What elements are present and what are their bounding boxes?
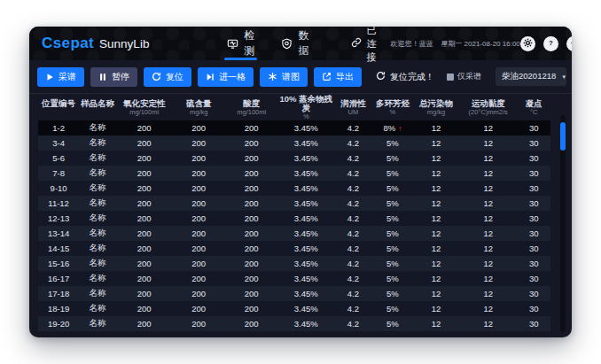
table-cell: 200 [172,244,225,253]
table-cell: 4.2 [334,123,372,133]
column-header-label: 位置编号 [38,99,79,108]
column-header-unit: (20°C)mm2/s [459,109,517,116]
table-cell: 200 [116,153,173,163]
table-cell: 3.45% [277,138,334,148]
table-row[interactable]: 17-18名称2002002003.45%4.25%121230 [38,286,550,301]
column-header-label: 运动黏度 [459,99,517,108]
brand-logo: Csepat [42,35,94,52]
step-forward-button-label: 进一格 [219,71,246,83]
table-cell: 3.45% [277,123,334,133]
scrollbar-thumb[interactable] [560,122,566,151]
table-cell: 5% [372,319,413,329]
table-cell: 12 [413,259,459,268]
only-capture-checkbox[interactable]: 仅采谱 [447,71,481,82]
table-cell: 4.2 [334,198,372,208]
table-cell: 12 [459,274,517,283]
column-header: 硫含量mg/kg [172,99,225,115]
table-row[interactable]: 18-19名称2002002003.45%4.25%121230 [38,301,550,316]
reset-icon [152,72,161,81]
table-cell: 4.2 [334,138,372,148]
table-row[interactable]: 9-10名称2002002003.45%4.25%121230 [38,181,550,196]
pause-button-label: 暂停 [112,71,129,83]
column-header-label: 酸度 [225,99,278,108]
table-cell: 15-16 [38,259,79,268]
table-row[interactable]: 3-4名称2002002003.45%4.25%121230 [38,136,550,151]
tab-detection[interactable]: 检测 [227,27,254,60]
table-cell: 名称 [79,213,116,224]
table-row[interactable]: 15-16名称2002002003.45%4.25%121230 [38,256,550,271]
column-header-unit: °C [517,109,550,116]
table-row[interactable]: 11-12名称2002002003.45%4.25%121230 [38,196,550,211]
minimize-button[interactable] [566,36,572,51]
column-header: 润滑性UM [334,99,372,115]
table-cell: 200 [172,289,225,298]
table-row[interactable]: 19-20名称2002002003.45%4.25%121230 [38,316,550,331]
step-forward-button[interactable]: 进一格 [198,67,254,87]
column-header: 酸度mg/100ml [225,99,278,115]
table-cell: 16-17 [38,274,79,283]
app-window: Csepat SunnyLib 检测 [29,27,572,337]
column-header-unit: % [277,113,334,120]
column-header-label: 10% 蒸余物残炭 [277,95,334,112]
refresh-icon [376,71,386,82]
reset-button[interactable]: 复位 [144,67,191,87]
column-header-label: 硫含量 [172,99,225,108]
sample-dropdown[interactable]: 柴油20201218 ▼ [496,67,566,86]
settings-button[interactable] [520,36,535,51]
table-cell: 3.45% [277,153,334,163]
table-cell: 名称 [79,122,116,134]
table-cell: 3.45% [277,289,334,298]
table-cell: 30 [517,168,550,178]
table-cell: 200 [116,123,173,133]
table-row[interactable]: 7-8名称2002002003.45%4.25%121230 [38,166,550,181]
table-cell: 200 [172,138,225,148]
table-cell: 12 [459,153,517,163]
table-cell: 3.45% [277,304,334,314]
reset-status-label: 复位完成！ [390,71,434,83]
table-cell: 12 [413,304,459,314]
export-button[interactable]: 导出 [314,67,362,87]
table-cell: 4.2 [334,244,372,253]
table-cell: 200 [172,183,225,193]
toolbar: 采谱暂停复位进一格谱图导出 复位完成！ 仅采谱 柴油20201218 ▼ [29,60,572,94]
tab-data-label: 数据 [298,28,308,58]
spectrum-button[interactable]: 谱图 [260,67,308,87]
table-cell: 30 [517,289,550,298]
table-cell: 200 [172,198,225,208]
table-row[interactable]: 5-6名称2002002003.45%4.25%121230 [38,151,550,166]
table-cell: 12 [413,244,459,253]
table-cell: 30 [517,198,550,208]
column-header: 凝点°C [517,99,550,115]
capture-button[interactable]: 采谱 [37,67,84,87]
table-row[interactable]: 13-14名称2002002003.45%4.25%121230 [38,226,550,241]
column-header-label: 多环芳烃 [372,99,413,108]
table-cell: 5% [372,244,413,253]
table-cell: 5% [372,138,413,148]
vertical-scrollbar[interactable] [560,115,566,332]
column-header: 运动黏度(20°C)mm2/s [459,99,517,115]
table-cell: 4.2 [334,213,372,223]
table-row[interactable]: 1-2名称2002002003.45%4.28%↑121230 [38,120,550,136]
table-cell: 名称 [79,243,116,254]
svg-text:?: ? [549,39,553,47]
table-cell: 4.2 [334,289,372,298]
table-cell: 12 [459,289,517,298]
table-cell: 200 [225,183,278,193]
datetime-text: 星期一 2021-08-20 16:00 [441,39,519,49]
table-row[interactable]: 16-17名称2002002003.45%4.25%121230 [38,271,550,286]
table-row[interactable]: 12-13名称2002002003.45%4.25%121230 [38,211,550,226]
table-cell: 200 [172,259,225,268]
table-row[interactable]: 14-15名称2002002003.45%4.25%121230 [38,241,550,256]
table-cell: 12 [413,153,459,163]
table-cell: 200 [225,274,278,283]
table-cell: 12 [459,198,517,208]
tab-data[interactable]: 数据 [281,27,308,60]
table-cell: 4.2 [334,259,372,268]
spectrum-button-label: 谱图 [282,71,300,83]
table-cell: 14-15 [38,244,79,253]
reset-status: 复位完成！ [376,71,434,83]
pause-button[interactable]: 暂停 [90,67,137,87]
help-button[interactable]: ? [543,36,558,51]
table-cell: 18-19 [38,304,79,314]
table-cell: 5-6 [38,153,79,163]
